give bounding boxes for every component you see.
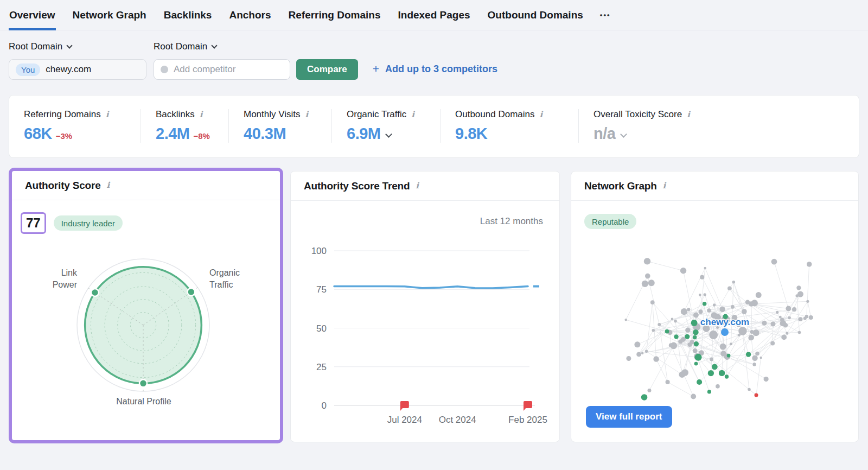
card-title: Authority Score bbox=[25, 180, 101, 192]
metric-value: n/a bbox=[593, 125, 615, 143]
notes-flag-icon[interactable] bbox=[524, 401, 532, 411]
you-scope-label: Root Domain bbox=[9, 41, 62, 52]
y-axis-tick-label: 100 bbox=[311, 246, 327, 256]
metric-label: Overall Toxicity Score bbox=[593, 109, 682, 120]
info-icon[interactable]: i bbox=[106, 111, 109, 119]
info-icon[interactable]: i bbox=[539, 111, 542, 119]
metric-value: 2.4M bbox=[156, 125, 189, 143]
authority-score-trend-line bbox=[334, 287, 528, 288]
metric-toxicity-score: Overall Toxicity Scorei n/a bbox=[578, 109, 859, 143]
you-domain-input[interactable]: You chewy.com bbox=[9, 59, 146, 80]
radar-axis-label: OrganicTraffic bbox=[209, 268, 240, 289]
info-icon[interactable]: i bbox=[687, 111, 690, 119]
chevron-down-icon[interactable] bbox=[621, 131, 628, 138]
info-icon[interactable]: i bbox=[416, 182, 419, 190]
card-title: Network Graph bbox=[584, 180, 657, 192]
metric-monthly-visits: Monthly Visitsi 40.3M bbox=[228, 109, 331, 143]
y-axis-tick-label: 0 bbox=[322, 401, 327, 411]
view-full-report-button[interactable]: View full report bbox=[586, 406, 672, 428]
tab-indexed-pages[interactable]: Indexed Pages bbox=[398, 0, 471, 30]
tab-backlinks[interactable]: Backlinks bbox=[163, 0, 213, 30]
radar-axis-point bbox=[91, 289, 99, 296]
metric-change: −3% bbox=[56, 131, 72, 141]
authority-score-trend-chart: 0255075100Jul 2024Oct 2024Feb 2025 bbox=[291, 201, 559, 442]
competitor-input-wrap bbox=[154, 59, 290, 80]
authority-score-card: Authority Score i 77 Industry leader Lin… bbox=[9, 168, 283, 443]
metric-organic-traffic: Organic Traffici 6.9M bbox=[331, 109, 440, 143]
card-title: Authority Score Trend bbox=[304, 180, 410, 192]
x-axis-tick-label: Feb 2025 bbox=[508, 415, 547, 425]
metrics-summary-bar: Referring Domainsi 68K−3% Backlinksi 2.4… bbox=[9, 95, 859, 158]
radar-axis-label: Natural Profile bbox=[116, 397, 171, 406]
plus-icon: + bbox=[373, 62, 379, 75]
authority-score-radar-chart: LinkPowerOrganicTrafficNatural Profile bbox=[12, 244, 280, 426]
more-tabs-ellipsis-icon[interactable]: ••• bbox=[600, 11, 611, 30]
tab-referring-domains[interactable]: Referring Domains bbox=[288, 0, 381, 30]
authority-score-value: 77 bbox=[21, 212, 46, 234]
reputable-badge: Reputable bbox=[584, 214, 636, 229]
metric-label: Monthly Visits bbox=[244, 109, 301, 120]
competitor-dot-icon bbox=[161, 66, 168, 73]
chevron-down-icon bbox=[212, 42, 218, 48]
report-tabs: Overview Network Graph Backlinks Anchors… bbox=[0, 0, 868, 30]
chevron-down-icon[interactable] bbox=[386, 131, 393, 138]
network-graph-card: Network Graph i Reputable chewy.com View… bbox=[571, 171, 859, 442]
add-competitor-input[interactable] bbox=[174, 64, 283, 75]
tab-anchors[interactable]: Anchors bbox=[228, 0, 271, 30]
you-domain-value: chewy.com bbox=[46, 64, 91, 75]
radar-axis-point bbox=[139, 379, 147, 387]
backlink-analytics-page: Overview Network Graph Backlinks Anchors… bbox=[0, 0, 868, 470]
info-icon[interactable]: i bbox=[107, 181, 110, 189]
radar-axis-label: LinkPower bbox=[53, 268, 78, 289]
metric-label: Referring Domains bbox=[24, 109, 101, 120]
info-icon[interactable]: i bbox=[200, 111, 203, 119]
metric-change: −8% bbox=[193, 131, 209, 141]
you-badge: You bbox=[16, 63, 40, 76]
radar-axis-point bbox=[187, 288, 195, 296]
tab-network-graph[interactable]: Network Graph bbox=[72, 0, 147, 30]
add-competitors-link[interactable]: + Add up to 3 competitors bbox=[373, 62, 497, 80]
metric-backlinks: Backlinksi 2.4M−8% bbox=[141, 109, 228, 143]
info-icon[interactable]: i bbox=[411, 111, 414, 119]
metric-value: 68K bbox=[24, 125, 52, 143]
metric-label: Organic Traffic bbox=[347, 109, 406, 120]
tab-overview[interactable]: Overview bbox=[9, 0, 56, 30]
you-scope-dropdown[interactable]: Root Domain bbox=[9, 41, 146, 52]
x-axis-tick-label: Oct 2024 bbox=[439, 415, 476, 425]
metric-value: 40.3M bbox=[244, 125, 286, 143]
you-domain-node[interactable] bbox=[721, 328, 729, 336]
compare-button[interactable]: Compare bbox=[296, 59, 358, 80]
add-competitors-label: Add up to 3 competitors bbox=[385, 63, 497, 75]
authority-score-trend-card: Authority Score Trend i Last 12 months 0… bbox=[290, 171, 560, 442]
info-icon[interactable]: i bbox=[663, 182, 666, 190]
tab-outbound-domains[interactable]: Outbound Domains bbox=[487, 0, 584, 30]
chevron-down-icon bbox=[67, 42, 73, 48]
notes-flag-icon[interactable] bbox=[400, 401, 409, 411]
y-axis-tick-label: 75 bbox=[316, 284, 327, 295]
x-axis-tick-label: Jul 2024 bbox=[387, 415, 422, 425]
metric-referring-domains: Referring Domainsi 68K−3% bbox=[9, 109, 141, 143]
widget-cards-row: Authority Score i 77 Industry leader Lin… bbox=[9, 168, 859, 443]
competitor-scope-label: Root Domain bbox=[154, 41, 207, 52]
metric-label: Backlinks bbox=[156, 109, 195, 120]
competitor-scope-dropdown[interactable]: Root Domain bbox=[154, 41, 290, 52]
industry-leader-badge: Industry leader bbox=[54, 215, 123, 231]
metric-label: Outbound Domains bbox=[455, 109, 534, 120]
compare-controls: Root Domain You chewy.com Root Domain Co… bbox=[0, 41, 868, 80]
metric-value: 9.8K bbox=[455, 125, 487, 143]
y-axis-tick-label: 50 bbox=[316, 323, 327, 334]
y-axis-tick-label: 25 bbox=[316, 362, 327, 372]
metric-outbound-domains: Outbound Domainsi 9.8K bbox=[440, 109, 578, 143]
network-nodes bbox=[624, 258, 813, 401]
metric-value: 6.9M bbox=[347, 125, 380, 143]
you-domain-node-label: chewy.com bbox=[700, 317, 749, 327]
info-icon[interactable]: i bbox=[305, 111, 309, 119]
